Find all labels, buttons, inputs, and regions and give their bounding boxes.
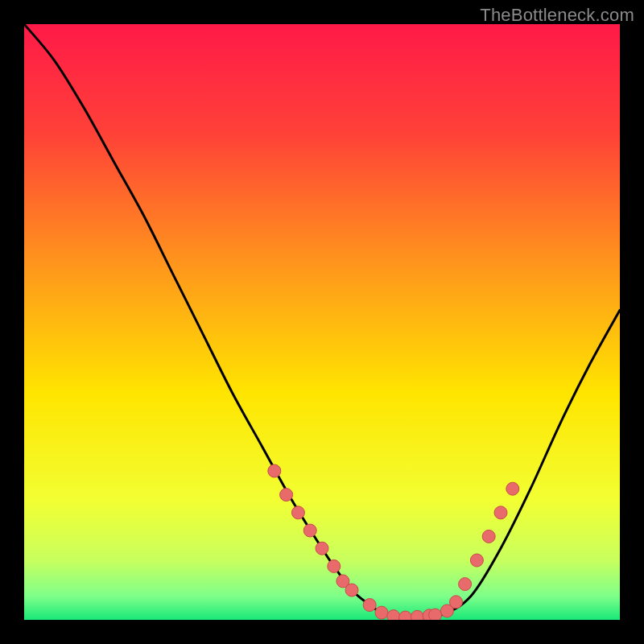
attribution-label: TheBottleneck.com bbox=[480, 5, 634, 26]
marker-left bbox=[268, 464, 281, 477]
marker-right bbox=[494, 506, 507, 519]
chart-frame: TheBottleneck.com bbox=[0, 0, 644, 644]
marker-left bbox=[328, 559, 341, 572]
marker-left bbox=[280, 489, 293, 502]
gradient-background bbox=[24, 24, 620, 620]
marker-right bbox=[470, 554, 483, 567]
marker-right bbox=[482, 530, 495, 543]
marker-valley bbox=[411, 610, 423, 620]
marker-right bbox=[506, 482, 519, 495]
marker-left bbox=[316, 542, 328, 555]
marker-left bbox=[291, 506, 304, 519]
marker-left bbox=[303, 524, 316, 537]
bottleneck-chart bbox=[24, 24, 620, 620]
marker-right bbox=[450, 596, 463, 609]
marker-valley bbox=[429, 609, 442, 620]
plot-area bbox=[24, 24, 620, 620]
marker-left bbox=[345, 584, 358, 597]
marker-valley bbox=[363, 599, 376, 612]
marker-valley bbox=[387, 610, 400, 620]
marker-right bbox=[459, 578, 472, 591]
marker-valley bbox=[375, 606, 388, 619]
marker-valley bbox=[399, 611, 412, 620]
